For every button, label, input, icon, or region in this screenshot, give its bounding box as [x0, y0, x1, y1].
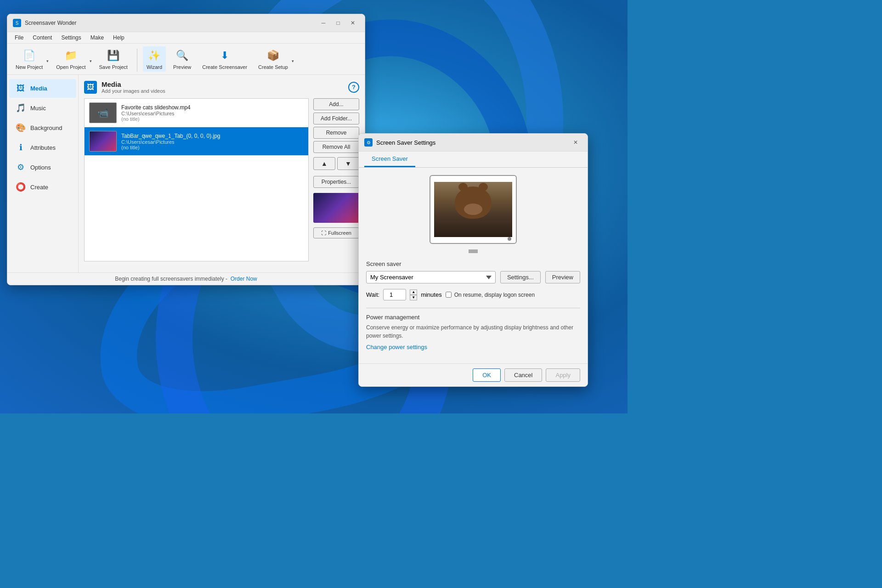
media-name-2: TabBar_qwe_qwe_1_Tab_(0, 0, 0, 0).jpg	[121, 133, 304, 139]
open-project-button[interactable]: 📁 Open Project	[52, 46, 89, 72]
media-title-1: (no title)	[121, 116, 304, 122]
dialog-footer: OK Cancel Apply	[359, 363, 588, 386]
menu-content[interactable]: Content	[29, 34, 56, 42]
panel-media-icon: 🖼	[84, 81, 97, 94]
open-project-arrow[interactable]: ▾	[90, 59, 92, 63]
media-icon: 🖼	[16, 84, 26, 93]
bear-head	[455, 187, 492, 219]
create-screensaver-label: Create Screensaver	[202, 64, 247, 70]
cancel-button[interactable]: Cancel	[504, 368, 542, 382]
settings-window-title: Screen Saver Settings	[376, 139, 435, 146]
main-title-bar: S Screensaver Wonder ─ □ ✕	[7, 14, 365, 32]
toolbar: 📄 New Project ▾ 📁 Open Project ▾ 💾 Save …	[7, 44, 365, 75]
bottom-text: Begin creating full screensavers immedia…	[115, 276, 227, 282]
media-item-2[interactable]: TabBar_qwe_qwe_1_Tab_(0, 0, 0, 0).jpg C:…	[85, 127, 308, 156]
fullscreen-button[interactable]: ⛶ Fullscreen	[313, 227, 359, 238]
settings-title-left: ⚙ Screen Saver Settings	[364, 138, 435, 147]
save-project-button[interactable]: 💾 Save Project	[96, 46, 131, 72]
remove-all-button[interactable]: Remove All	[313, 141, 359, 153]
wizard-button[interactable]: ✨ Wizard	[143, 46, 166, 72]
media-item-1[interactable]: 📹 Favorite cats slideshow.mp4 C:\Users\c…	[85, 99, 308, 127]
move-down-button[interactable]: ▼	[337, 157, 359, 170]
media-info-1: Favorite cats slideshow.mp4 C:\Users\ces…	[121, 104, 304, 122]
sidebar-item-create[interactable]: ⭕ Create	[9, 177, 76, 197]
add-folder-button[interactable]: Add Folder...	[313, 113, 359, 124]
sidebar-attributes-label: Attributes	[30, 144, 56, 151]
wait-label: Wait:	[366, 291, 379, 298]
resume-checkbox[interactable]	[446, 292, 452, 298]
wait-input[interactable]	[383, 289, 406, 300]
settings-close-button[interactable]: ✕	[569, 137, 582, 147]
bottom-bar: Begin creating full screensavers immedia…	[7, 272, 365, 285]
help-button[interactable]: ?	[348, 82, 359, 93]
settings-title-bar: ⚙ Screen Saver Settings ✕	[359, 134, 588, 152]
screensaver-select-row: My Screensaver Settings... Preview	[366, 271, 580, 283]
open-project-icon: 📁	[63, 48, 78, 63]
menu-help[interactable]: Help	[109, 34, 128, 42]
media-container: 📹 Favorite cats slideshow.mp4 C:\Users\c…	[84, 98, 359, 261]
screensaver-select[interactable]: My Screensaver	[366, 271, 496, 283]
sidebar-item-options[interactable]: ⚙ Options	[9, 158, 76, 177]
wait-increment-button[interactable]: ▲	[410, 289, 417, 295]
menu-make[interactable]: Make	[87, 34, 107, 42]
monitor-power-dot	[508, 237, 511, 241]
content-area: 🖼 Media 🎵 Music 🎨 Background ℹ Attribute…	[7, 75, 365, 272]
order-now-link[interactable]: Order Now	[231, 276, 257, 282]
add-button[interactable]: Add...	[313, 98, 359, 110]
image-thumbnail	[89, 131, 117, 152]
close-button[interactable]: ✕	[346, 18, 359, 28]
background-icon: 🎨	[16, 123, 26, 133]
create-setup-button[interactable]: 📦 Create Setup	[254, 46, 292, 72]
properties-button[interactable]: Properties...	[313, 176, 359, 188]
media-name-1: Favorite cats slideshow.mp4	[121, 104, 304, 111]
screensaver-preview-button[interactable]: Preview	[545, 271, 580, 283]
preview-button[interactable]: 🔍 Preview	[170, 46, 195, 72]
media-path-2: C:\Users\cesar\Pictures	[121, 139, 304, 145]
sidebar-item-music[interactable]: 🎵 Music	[9, 98, 76, 118]
sidebar-item-media[interactable]: 🖼 Media	[9, 79, 76, 98]
menu-file[interactable]: File	[11, 34, 27, 42]
sidebar-item-background[interactable]: 🎨 Background	[9, 118, 76, 137]
screensaver-settings-button[interactable]: Settings...	[500, 271, 541, 283]
tab-screen-saver[interactable]: Screen Saver	[364, 152, 415, 167]
ok-button[interactable]: OK	[473, 368, 501, 382]
media-preview-thumbnail	[313, 193, 359, 223]
video-icon: 📹	[97, 107, 109, 119]
create-screensaver-button[interactable]: ⬇ Create Screensaver	[198, 46, 251, 72]
new-project-arrow[interactable]: ▾	[46, 59, 49, 63]
window-controls: ─ □ ✕	[317, 18, 359, 28]
attributes-icon: ℹ	[16, 142, 26, 153]
bear-ear-right	[479, 183, 488, 191]
move-up-button[interactable]: ▲	[313, 157, 335, 170]
bear-image	[434, 182, 512, 237]
sidebar-item-attributes[interactable]: ℹ Attributes	[9, 138, 76, 157]
options-icon: ⚙	[16, 162, 26, 172]
sidebar-music-label: Music	[30, 105, 46, 112]
video-thumbnail: 📹	[89, 102, 117, 123]
screen-saver-settings-window: ⚙ Screen Saver Settings ✕ Screen Saver	[358, 133, 588, 387]
new-project-button[interactable]: 📄 New Project	[12, 46, 46, 72]
preview-icon: 🔍	[175, 48, 190, 63]
change-power-settings-link[interactable]: Change power settings	[366, 344, 427, 351]
sidebar-background-label: Background	[30, 124, 62, 131]
maximize-button[interactable]: □	[332, 18, 345, 28]
music-icon: 🎵	[16, 103, 26, 113]
create-screensaver-icon: ⬇	[217, 48, 232, 63]
power-text: Conserve energy or maximize performance …	[366, 323, 580, 340]
create-setup-arrow[interactable]: ▾	[292, 59, 294, 63]
apply-button[interactable]: Apply	[546, 368, 580, 382]
media-title-2: (no title)	[121, 145, 304, 150]
open-project-label: Open Project	[56, 64, 85, 70]
panel-title-group: Media Add your images and videos	[102, 80, 165, 94]
wait-decrement-button[interactable]: ▼	[410, 295, 417, 300]
menu-settings[interactable]: Settings	[57, 34, 85, 42]
minimize-button[interactable]: ─	[317, 18, 330, 28]
monitor-screen	[434, 182, 512, 237]
remove-button[interactable]: Remove	[313, 127, 359, 139]
screensaver-section-label: Screen saver	[366, 260, 580, 267]
settings-window-icon: ⚙	[364, 138, 373, 147]
save-project-icon: 💾	[106, 48, 121, 63]
create-setup-label: Create Setup	[258, 64, 288, 70]
resume-text: On resume, display logon screen	[454, 292, 535, 298]
bear-ear-left	[458, 183, 468, 191]
